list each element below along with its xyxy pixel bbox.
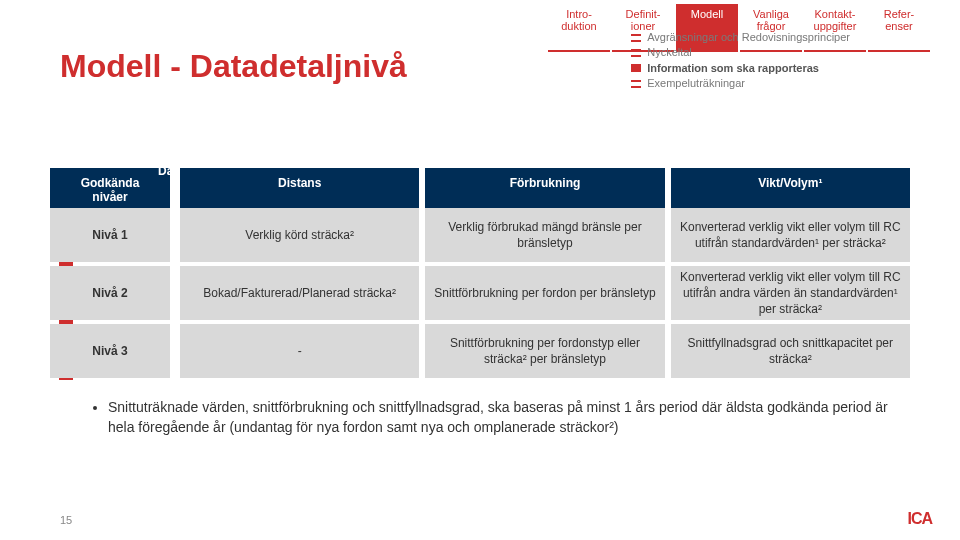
subnav-item[interactable]: Nyckeltal — [647, 45, 692, 60]
table-header-text: nivåer — [92, 190, 127, 204]
table-cell: - — [180, 324, 419, 378]
col-header-forbrukning: Förbrukning — [425, 168, 664, 208]
logo: ICA — [907, 510, 932, 528]
row-header-niva1: Nivå 1 — [50, 208, 170, 262]
tab-label: Kontakt- — [815, 8, 856, 20]
table-cell: Konverterad verklig vikt eller volym til… — [671, 266, 910, 320]
subnav-marker-icon — [631, 49, 641, 57]
tab-introduktion[interactable]: Intro-duktion — [548, 4, 610, 52]
subnav-item[interactable]: Avgränsningar och Redovisningsprinciper — [647, 30, 850, 45]
subnav-marker-icon — [631, 80, 641, 88]
footnote: Snittuträknade värden, snittförbrukning … — [90, 398, 900, 437]
table-cell: Verklig förbrukad mängd bränsle per brän… — [425, 208, 664, 262]
table-cell: Snittfyllnadsgrad och snittkapacitet per… — [671, 324, 910, 378]
page-title: Modell - Datadetaljnivå — [60, 48, 407, 85]
row-header-niva3: Nivå 3 — [50, 324, 170, 378]
tab-referenser[interactable]: Refer-enser — [868, 4, 930, 52]
table-cell: Snittförbrukning per fordonstyp eller st… — [425, 324, 664, 378]
sub-nav: Avgränsningar och Redovisningsprinciper … — [631, 30, 850, 92]
table-corner-header: Godkända nivåer Datatyp — [50, 168, 170, 208]
col-header-vikt-volym: Vikt/Volym¹ — [671, 168, 910, 208]
tab-label: duktion — [561, 20, 596, 32]
tab-label: Vanliga — [753, 8, 789, 20]
tab-label: Modell — [691, 8, 723, 20]
tab-label: Intro- — [566, 8, 592, 20]
footnote-text: Snittuträknade värden, snittförbrukning … — [108, 398, 900, 437]
subnav-item-active[interactable]: Information som ska rapporteras — [647, 61, 819, 76]
row-header-niva2: Nivå 2 — [50, 266, 170, 320]
table-header-text: Godkända — [81, 176, 140, 190]
tab-label: Definit- — [626, 8, 661, 20]
table-cell: Konverterad verklig vikt eller volym til… — [671, 208, 910, 262]
subnav-item[interactable]: Exempeluträkningar — [647, 76, 745, 91]
tab-label: Refer- — [884, 8, 915, 20]
table-cell: Snittförbrukning per fordon per bränslet… — [425, 266, 664, 320]
table-cell: Bokad/Fakturerad/Planerad sträcka² — [180, 266, 419, 320]
subnav-marker-icon — [631, 64, 641, 72]
page-number: 15 — [60, 514, 72, 526]
col-header-distans: Distans — [180, 168, 419, 208]
table-cell: Verklig körd sträcka² — [180, 208, 419, 262]
tab-label: enser — [885, 20, 913, 32]
subnav-marker-icon — [631, 34, 641, 42]
